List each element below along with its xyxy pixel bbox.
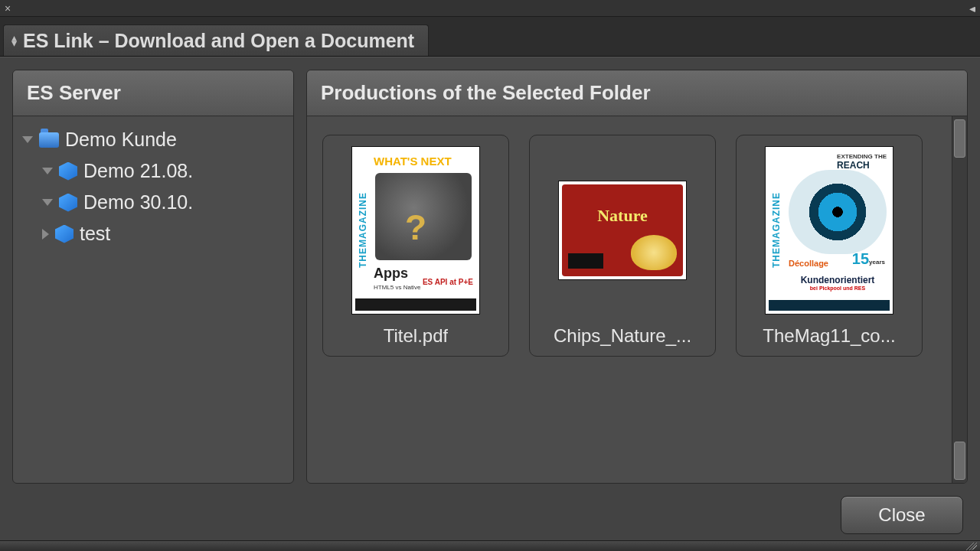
magazine-subhead: Kundenorientiert bei Pickpool und RES bbox=[789, 275, 887, 291]
folder-icon bbox=[39, 132, 59, 148]
server-tree-header: ES Server bbox=[13, 70, 293, 116]
production-thumbnail: THEMAGAZINE WHAT'S NEXT ? Apps HTML5 vs … bbox=[351, 146, 480, 315]
panel-tab-row: ▴▾ ES Link – Download and Open a Documen… bbox=[0, 17, 980, 57]
server-tree-title: ES Server bbox=[27, 81, 279, 105]
disclosure-down-icon bbox=[42, 199, 53, 206]
magazine-small-text: HTML5 vs Native bbox=[374, 284, 420, 291]
magazine-sidebar-text: THEMAGAZINE bbox=[769, 153, 784, 308]
tree-item[interactable]: test bbox=[19, 218, 287, 249]
cube-icon bbox=[59, 194, 77, 212]
productions-grid: THEMAGAZINE WHAT'S NEXT ? Apps HTML5 vs … bbox=[307, 116, 952, 483]
magazine-headline: EXTENDING THE REACH bbox=[837, 153, 887, 171]
chips-brand: Nature bbox=[597, 206, 648, 226]
panel-title: ES Link – Download and Open a Document bbox=[23, 30, 414, 52]
window-chrome-top: × ◂◂ bbox=[0, 0, 980, 17]
scrollbar[interactable] bbox=[952, 116, 967, 483]
close-icon[interactable]: × bbox=[5, 3, 11, 14]
tree-root-label: Demo Kunde bbox=[65, 129, 177, 151]
scroll-thumb[interactable] bbox=[954, 119, 965, 158]
tree-item-label: Demo 30.10. bbox=[83, 191, 193, 214]
tree-root[interactable]: Demo Kunde bbox=[19, 124, 287, 155]
question-mark-icon: ? bbox=[405, 207, 426, 248]
magazine-sidebar-text: THEMAGAZINE bbox=[355, 153, 371, 308]
eye-image bbox=[789, 170, 887, 254]
close-button[interactable]: Close bbox=[841, 496, 963, 534]
production-label: Chips_Nature_... bbox=[554, 325, 691, 347]
cube-icon bbox=[59, 162, 77, 181]
magazine-headline: WHAT'S NEXT bbox=[374, 155, 475, 168]
chips-bag: Nature bbox=[562, 184, 683, 276]
production-label: TheMag11_co... bbox=[763, 325, 895, 347]
server-tree-pane: ES Server Demo Kunde Demo 21.08. Demo 30… bbox=[12, 70, 294, 484]
production-label: Titel.pdf bbox=[384, 325, 448, 347]
magazine-callout: ES API at P+E bbox=[423, 279, 473, 286]
disclosure-down-icon bbox=[42, 168, 53, 174]
magazine-number: 15years bbox=[852, 250, 885, 268]
tree-item[interactable]: Demo 21.08. bbox=[19, 155, 287, 187]
magazine-subhead: Apps bbox=[374, 266, 408, 282]
resize-grip-icon[interactable] bbox=[966, 543, 977, 550]
magazine-footer-bar bbox=[769, 300, 890, 311]
production-thumbnail: Nature bbox=[558, 181, 687, 280]
tree-item-label: test bbox=[80, 223, 110, 245]
tree-item-label: Demo 21.08. bbox=[83, 160, 193, 182]
collapse-chevrons-icon[interactable]: ◂◂ bbox=[969, 2, 975, 15]
updown-icon: ▴▾ bbox=[11, 35, 17, 46]
work-area: ES Server Demo Kunde Demo 21.08. Demo 30… bbox=[0, 57, 980, 540]
disclosure-down-icon bbox=[22, 136, 33, 143]
dialog-footer: Close bbox=[12, 493, 968, 534]
production-thumbnail: THEMAGAZINE EXTENDING THE REACH Décollag… bbox=[765, 146, 893, 315]
production-card[interactable]: THEMAGAZINE WHAT'S NEXT ? Apps HTML5 vs … bbox=[322, 135, 509, 357]
productions-header: Productions of the Selected Folder bbox=[307, 70, 967, 116]
disclosure-right-icon bbox=[42, 229, 49, 240]
server-tree: Demo Kunde Demo 21.08. Demo 30.10. test bbox=[13, 116, 293, 257]
production-card[interactable]: THEMAGAZINE EXTENDING THE REACH Décollag… bbox=[736, 135, 923, 357]
tree-item[interactable]: Demo 30.10. bbox=[19, 187, 287, 218]
magazine-callout: Décollage bbox=[789, 259, 828, 268]
cube-icon bbox=[55, 225, 74, 243]
magazine-footer-bar bbox=[355, 298, 476, 311]
panel-tab[interactable]: ▴▾ ES Link – Download and Open a Documen… bbox=[3, 24, 429, 56]
production-card[interactable]: Nature Chips_Nature_... bbox=[529, 135, 716, 357]
scroll-thumb[interactable] bbox=[954, 442, 965, 480]
productions-pane: Productions of the Selected Folder THEMA… bbox=[306, 70, 968, 484]
productions-title: Productions of the Selected Folder bbox=[321, 81, 953, 105]
barcode-icon bbox=[568, 253, 603, 269]
window-chrome-bottom bbox=[0, 540, 980, 551]
